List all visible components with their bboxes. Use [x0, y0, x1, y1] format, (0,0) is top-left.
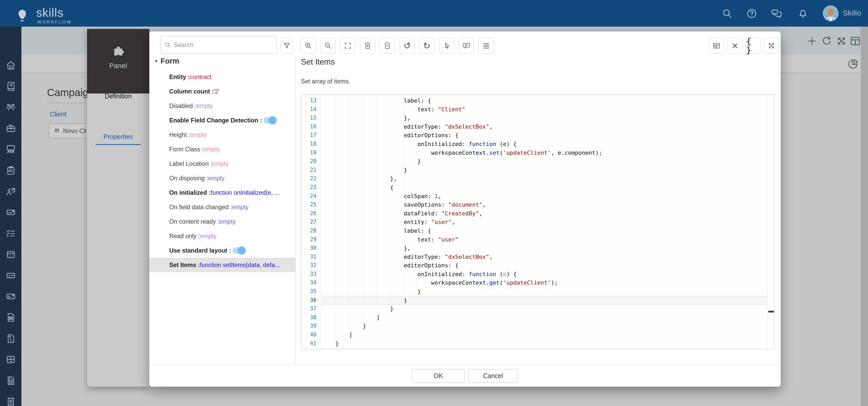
- property-label: Form Class :: [169, 146, 204, 153]
- filter-icon: [283, 41, 291, 50]
- document-currency-icon: $: [5, 333, 16, 344]
- sidebar-item-document[interactable]: [0, 370, 22, 391]
- brand-name[interactable]: skills: [36, 6, 64, 20]
- search-input[interactable]: [174, 41, 273, 49]
- property-row[interactable]: Height : empty: [149, 128, 295, 142]
- property-value: function setItems(data, defa...: [200, 262, 280, 269]
- sidebar-item-document-grid[interactable]: [0, 307, 22, 328]
- form-section-header[interactable]: ▾ Form: [155, 57, 179, 65]
- sidebar-item-clipboard[interactable]: [0, 160, 22, 181]
- fit-screen-button[interactable]: [340, 38, 355, 54]
- sidebar-item-team[interactable]: [0, 97, 22, 118]
- overview-ruler-cursor: [768, 311, 774, 313]
- sidebar-item-card[interactable]: [0, 202, 22, 223]
- line-number: 41: [302, 339, 316, 348]
- sidebar-item-credit-card[interactable]: [0, 286, 22, 307]
- property-row[interactable]: On content ready : empty: [149, 214, 295, 229]
- line-number: 26: [302, 209, 316, 218]
- line-number: 20: [302, 157, 316, 166]
- search-button[interactable]: [721, 8, 733, 19]
- presentation-icon: [5, 144, 16, 155]
- property-row[interactable]: Entity : contract: [149, 70, 295, 84]
- editor-title: Set Items: [301, 57, 335, 67]
- avatar[interactable]: [823, 5, 839, 21]
- property-value: empty: [219, 218, 236, 225]
- sidebar-item-archive[interactable]: [0, 349, 22, 370]
- property-label: Column count :: [169, 88, 214, 95]
- property-label: On content ready :: [169, 218, 219, 225]
- property-row[interactable]: Set Items : function setItems(data, defa…: [149, 258, 295, 272]
- toggle-switch[interactable]: [232, 247, 245, 254]
- property-row[interactable]: Column count : '2': [149, 84, 295, 99]
- checklist-icon: [5, 228, 16, 239]
- sidebar-item-library[interactable]: [0, 76, 22, 97]
- zoom-in-button[interactable]: [301, 38, 316, 54]
- table-view-button[interactable]: [709, 38, 724, 54]
- help-button[interactable]: [746, 8, 757, 19]
- sidebar-item-home[interactable]: [0, 55, 22, 76]
- code-line: workspaceContext.set('updateClient', e.c…: [322, 149, 767, 157]
- sidebar-item-checklist[interactable]: [0, 223, 22, 244]
- collapse-block-button[interactable]: [379, 38, 395, 54]
- ok-button[interactable]: OK: [411, 369, 465, 383]
- property-row[interactable]: Use standard layout :: [149, 243, 295, 258]
- toggle-switch[interactable]: [264, 117, 276, 123]
- code-line: editorOptions: {: [322, 131, 767, 140]
- zoom-in-icon: [304, 41, 312, 50]
- redo-button[interactable]: ↻: [419, 38, 435, 54]
- user-name[interactable]: Skilio: [843, 8, 861, 17]
- user-avatar-image: [823, 5, 839, 21]
- zoom-out-button[interactable]: [320, 38, 336, 54]
- property-row[interactable]: Label Location : empty: [149, 157, 295, 171]
- cancel-button[interactable]: Cancel: [468, 369, 518, 383]
- line-number: 35: [302, 287, 316, 296]
- comment-button[interactable]: [459, 38, 474, 54]
- line-number: 25: [302, 200, 316, 209]
- sidebar-item-payment-check[interactable]: $: [0, 265, 22, 286]
- expand-block-button[interactable]: [360, 38, 375, 54]
- property-row[interactable]: On disposing : empty: [149, 171, 295, 185]
- code-line: {: [322, 183, 767, 192]
- code-line: }: [322, 322, 767, 331]
- sidebar-item-document-currency[interactable]: $: [0, 328, 22, 349]
- document-grid-icon: [5, 312, 16, 323]
- property-row[interactable]: On field data changed : empty: [149, 200, 295, 214]
- code-line: editorOptions: {: [322, 261, 767, 270]
- property-label: On field data changed :: [169, 204, 232, 211]
- property-label: Label Location :: [169, 160, 212, 167]
- messages-button[interactable]: [771, 8, 782, 19]
- line-number: 16: [302, 122, 316, 131]
- sidebar-item-calendar[interactable]: [0, 244, 22, 265]
- notifications-button[interactable]: [797, 8, 809, 19]
- maximize-button[interactable]: [764, 38, 779, 54]
- line-number: 36: [302, 296, 316, 305]
- sidebar-item-briefcase[interactable]: [0, 118, 22, 139]
- sidebar-item-receipt[interactable]: [0, 391, 22, 406]
- property-row[interactable]: On initialized : function onInitialized(…: [149, 185, 295, 200]
- close-button[interactable]: ×: [727, 38, 743, 54]
- fit-screen-icon: [344, 41, 352, 50]
- property-row[interactable]: Read only : empty: [149, 229, 295, 243]
- collapse-block-icon: [383, 41, 392, 50]
- filter-button[interactable]: [280, 38, 293, 54]
- form-section-title: Form: [161, 57, 180, 65]
- editor-gutter: 1314151617181920212223242526272829303132…: [302, 96, 316, 348]
- property-row[interactable]: Enable Field Change Detection :: [149, 113, 295, 128]
- editor-description: Set array of items.: [301, 78, 350, 85]
- overview-ruler: [767, 95, 768, 349]
- property-row[interactable]: Disabled : empty: [149, 99, 295, 113]
- undo-button[interactable]: ↺: [399, 38, 415, 54]
- property-label: On disposing :: [169, 175, 208, 182]
- code-editor[interactable]: 1314151617181920212223242526272829303132…: [301, 94, 774, 349]
- pointer-button[interactable]: [439, 38, 455, 54]
- code-view-button[interactable]: { }: [746, 38, 761, 54]
- menu-button[interactable]: [478, 38, 494, 54]
- property-search[interactable]: [160, 36, 277, 54]
- code-line: text: "Client": [322, 105, 767, 114]
- library-icon: [5, 81, 16, 92]
- sidebar-item-contact-share[interactable]: [0, 181, 22, 202]
- property-row[interactable]: Form Class : empty: [149, 142, 295, 157]
- line-number: 18: [302, 140, 316, 149]
- sidebar-item-presentation[interactable]: [0, 139, 22, 160]
- comment-icon: [462, 41, 470, 50]
